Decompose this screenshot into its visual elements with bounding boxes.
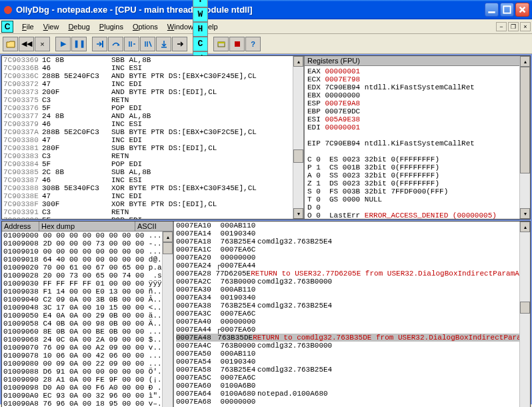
registers-header[interactable]: Registers (FPU)	[305, 56, 530, 66]
disasm-row[interactable]: 7C90337946 INC ESI	[3, 120, 303, 128]
stack-row[interactable]: 0007EA4C 763B0000comdlg32.763B0000	[176, 342, 530, 350]
dump-row[interactable]: 01009030 FF FF FF FF 01 00 00 00 ÿÿÿÿ...…	[3, 280, 173, 288]
register-esi[interactable]: ESI 005A9E38	[307, 115, 527, 123]
dump-row[interactable]: 01009060 8E 0B 0A 00 BE 0B 00 00 ......¾…	[3, 328, 173, 336]
stack-row[interactable]: 0007EA54 00190340	[176, 358, 530, 366]
register-ebp[interactable]: EBP 0007E9DC	[307, 107, 527, 115]
register-eip[interactable]: EIP 7C90EB94 ntdll.KiFastSystemCallRet	[307, 139, 527, 147]
disasm-row[interactable]: 7C90337724 8B AND AL,8B	[3, 112, 303, 120]
stack-row[interactable]: 0007EA14 00190340	[176, 230, 530, 238]
mdi-restore-button[interactable]: ❐	[508, 22, 519, 31]
disasm-row[interactable]: 7C90338047 INC EDI	[3, 136, 303, 144]
register-eax[interactable]: EAX 00000001	[307, 67, 527, 75]
stack-row[interactable]: 0007EA68 00000000	[176, 398, 530, 406]
menu-view[interactable]: View	[39, 21, 64, 32]
stack-row[interactable]: 0007EA48 763B35DERETURN to comdlg32.763B…	[176, 334, 530, 342]
goto-button[interactable]	[172, 37, 187, 51]
flag-row[interactable]: O 0 LastErr ERROR_ACCESS_DENIED (0000000…	[307, 212, 527, 219]
disasm-row[interactable]: 7C90338E47 INC EDI	[3, 192, 303, 200]
flag-row[interactable]: T 0 GS 0000 NULL	[307, 195, 527, 204]
stack-row[interactable]: 0007EA34 00190340	[176, 294, 530, 302]
disasm-row[interactable]: 7C903391C3 RETN	[3, 208, 303, 216]
pause-button[interactable]: ❚❚	[71, 37, 87, 51]
execute-till-return-button[interactable]	[156, 37, 171, 51]
stack-row[interactable]: 0007EA1C 0007EA6C	[176, 246, 530, 254]
disasm-row[interactable]: 7C90338F300F XOR BYTE PTR DS:[EDI],CL	[3, 200, 303, 208]
register-edi[interactable]: EDI 00000001	[307, 123, 527, 131]
menu-debug[interactable]: Debug	[63, 21, 94, 32]
disasm-row[interactable]: 7C9033765F POP EDI	[3, 104, 303, 112]
settings-button[interactable]	[213, 37, 229, 51]
disasm-row[interactable]: 7C903388308B 5E340FC3 XOR BYTE PTR DS:[E…	[3, 184, 303, 192]
close-button[interactable]	[515, 3, 529, 17]
dump-row[interactable]: 01009068 24 0C 0A 00 2A 09 00 00 $...*..…	[3, 336, 173, 344]
dump-row[interactable]: 01009010 00 00 00 00 00 00 00 00 .......…	[3, 248, 173, 256]
disasm-row[interactable]: 7C90336C288B 5E240FC3 AND BYTE PTR DS:[E…	[3, 72, 303, 80]
toolbar-T-button[interactable]: T	[193, 0, 208, 7]
toolbar-C-button[interactable]: C	[193, 37, 208, 51]
stack-row[interactable]: 0007EA64 0100A680notepad.0100A680	[176, 390, 530, 398]
minimize-button[interactable]	[485, 3, 499, 17]
disasm-row[interactable]: 7C9033845F POP EDI	[3, 160, 303, 168]
flag-row[interactable]: P 1 CS 001B 32bit 0(FFFFFFFF)	[307, 163, 527, 171]
stack-row[interactable]: 0007EA58 763B25E4comdlg32.763B25E4	[176, 366, 530, 374]
dump-row[interactable]: 01009090 28 A1 0A 00 FE 9F 00 00 (¡..þŸ.…	[3, 376, 173, 384]
mdi-minimize-button[interactable]: −	[496, 22, 507, 31]
disasm-row[interactable]: 7C903381280F SUB BYTE PTR DS:[EDI],CL	[3, 144, 303, 152]
disasm-row[interactable]: 7C90336B46 INC ESI	[3, 64, 303, 72]
dump-row[interactable]: 010090A0 EC 93 0A 00 32 96 00 00 ì"..2–.…	[3, 392, 173, 400]
stack-row[interactable]: 0007EA60 0100A6B0	[176, 382, 530, 390]
flag-row[interactable]: S 0 FS 003B 32bit 7FFDF000(FFF)	[307, 187, 527, 195]
flag-row[interactable]: A 0 SS 0023 32bit 0(FFFFFFFF)	[307, 171, 527, 179]
dump-pane[interactable]: Address Hex dump ASCII 01009000 00 00 00…	[2, 222, 174, 407]
registers-pane[interactable]: Registers (FPU) EAX 00000001ECX 0007E798…	[305, 56, 530, 219]
register-ebx[interactable]: EBX 00000000	[307, 91, 527, 99]
flag-row[interactable]: D 0	[307, 204, 527, 212]
toolbar-W-button[interactable]: W	[193, 7, 208, 22]
stack-row[interactable]: 0007EA5C 0007EA6C	[176, 374, 530, 382]
dump-row[interactable]: 01009038 F1 14 00 00 E0 13 00 00 ñ...à..…	[3, 288, 173, 296]
open-button[interactable]	[3, 37, 18, 51]
register-edx[interactable]: EDX 7C90EB94 ntdll.KiFastSystemCallRet	[307, 83, 527, 91]
step-into-button[interactable]	[92, 37, 107, 51]
mdi-close-button[interactable]: ×	[520, 22, 531, 31]
menu-file[interactable]: File	[17, 21, 39, 32]
dump-row[interactable]: 01009080 00 09 0A 00 22 09 00 00 ...."..…	[3, 360, 173, 368]
dump-row[interactable]: 01009020 70 00 61 00 67 00 65 00 p.a.g.e…	[3, 264, 173, 272]
dump-row[interactable]: 01009088 D6 91 0A 00 00 00 00 00 Ö'.....…	[3, 368, 173, 376]
disasm-row[interactable]: 7C9033852C 8B SUB AL,8B	[3, 168, 303, 176]
dump-row[interactable]: 01009058 C4 0B 0A 00 98 0B 00 00 Ä......…	[3, 320, 173, 328]
register-ecx[interactable]: ECX 0007E798	[307, 75, 527, 83]
stack-row[interactable]: 0007EA38 763B25E4comdlg32.763B25E4	[176, 302, 530, 310]
dump-row[interactable]: 010090A8 76 96 0A 00 18 95 00 00 v–...•.…	[3, 400, 173, 407]
rewind-button[interactable]: ◀◀	[19, 37, 34, 51]
disasm-scrollbar[interactable]: ▴ ▾	[293, 56, 303, 219]
dump-row[interactable]: 01009098 D0 A0 0A 00 F6 A0 00 00 Ð ..ö .…	[3, 384, 173, 392]
stack-row[interactable]: 0007EA44┌0007EA60	[176, 326, 530, 334]
dump-row[interactable]: 01009008 2D 00 00 00 73 00 00 00 -...s..…	[3, 240, 173, 248]
flag-row[interactable]: Z 1 DS 0023 32bit 0(FFFFFFFF)	[307, 179, 527, 187]
menu-plugins[interactable]: Plugins	[95, 21, 128, 32]
stack-row[interactable]: 0007EA20 00000000	[176, 254, 530, 262]
dump-row[interactable]: 01009000 00 00 00 00 00 00 00 00 .......…	[3, 232, 173, 240]
stack-row[interactable]: 0007EA30 000AB110	[176, 286, 530, 294]
reg-scrollbar[interactable]: ▴ ▾	[519, 56, 530, 219]
stack-row[interactable]: 0007EA18 763B25E4comdlg32.763B25E4	[176, 238, 530, 246]
stack-row[interactable]: 0007EA24┌0007EA44	[176, 262, 530, 270]
appearance-button[interactable]	[229, 37, 245, 51]
dump-row[interactable]: 01009070 76 09 0A 00 A2 09 00 00 v...¢..…	[3, 344, 173, 352]
dump-row[interactable]: 01009050 E4 0A 0A 00 29 0B 00 00 ä...)..…	[3, 312, 173, 320]
disasm-row[interactable]: 7C903375C3 RETN	[3, 96, 303, 104]
toolbar-H-button[interactable]: H	[193, 22, 208, 37]
step-over-button[interactable]	[108, 37, 123, 51]
dump-header[interactable]: Address Hex dump ASCII	[2, 222, 173, 232]
dump-row[interactable]: 01009040 C2 09 0A 00 3B 0B 00 00 Â...;..…	[3, 296, 173, 304]
dump-row[interactable]: 01009018 64 40 00 00 00 00 00 00 d@.....…	[3, 256, 173, 264]
restart-button[interactable]: ×	[35, 37, 50, 51]
stack-row[interactable]: 0007EA40 00000000	[176, 318, 530, 326]
maximize-button[interactable]	[500, 3, 514, 17]
stack-row[interactable]: 0007EA3C 0007EA6C	[176, 310, 530, 318]
disasm-row[interactable]: 7C90337A288B 5E2C0FC3 SUB BYTE PTR DS:[E…	[3, 128, 303, 136]
stack-row[interactable]: 0007EA10 000AB110	[176, 222, 530, 230]
cpu-window-icon[interactable]: C	[1, 21, 13, 33]
